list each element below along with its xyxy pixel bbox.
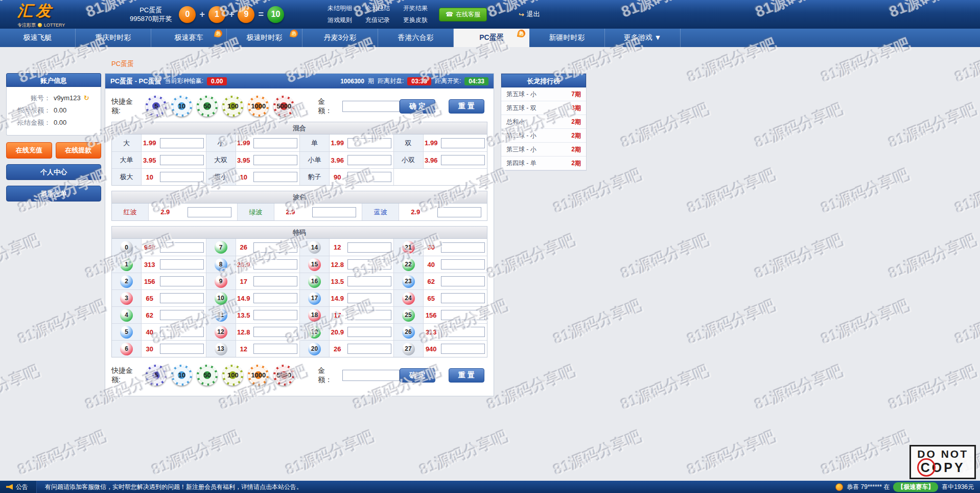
tema-bet-input-9[interactable] xyxy=(253,276,297,286)
tema-cell-16[interactable]: 1613.5 xyxy=(299,273,393,289)
mixed-bet-input[interactable] xyxy=(253,138,297,148)
confirm-button[interactable]: 确 定 xyxy=(400,99,435,114)
chip-10[interactable]: 10 xyxy=(171,365,192,386)
tema-bet-input-18[interactable] xyxy=(347,310,391,320)
chip-1000[interactable]: 1000 xyxy=(248,365,269,386)
tema-bet-input-11[interactable] xyxy=(253,310,297,320)
tema-bet-input-22[interactable] xyxy=(441,259,485,270)
header-link[interactable]: 充值记录 xyxy=(365,16,390,25)
tema-ball-cell[interactable]: 0 xyxy=(112,239,142,256)
mixed-label[interactable]: 小双 xyxy=(394,152,424,168)
bose-cell-蓝波[interactable]: 蓝波2.9 xyxy=(362,204,487,220)
tema-ball-cell[interactable]: 25 xyxy=(394,307,424,323)
mixed-bet-input[interactable] xyxy=(160,155,204,165)
streak-item[interactable]: 第二球 - 小2期 xyxy=(501,129,586,143)
mixed-bet-input[interactable] xyxy=(160,138,204,148)
mixed-label[interactable]: 大双 xyxy=(206,152,236,168)
tema-ball-cell[interactable]: 11 xyxy=(206,307,236,323)
mixed-label[interactable]: 单 xyxy=(300,135,330,151)
chip-10[interactable]: 10 xyxy=(171,96,192,117)
tema-ball-cell[interactable]: 18 xyxy=(300,307,330,323)
tema-bet-input-26[interactable] xyxy=(441,327,485,337)
tema-ball-cell[interactable]: 27 xyxy=(394,341,424,357)
tema-bet-input-24[interactable] xyxy=(441,293,485,303)
tema-cell-14[interactable]: 1412 xyxy=(299,239,393,256)
mixed-cell-大[interactable]: 大1.99 xyxy=(112,135,206,151)
tema-bet-input-27[interactable] xyxy=(441,344,485,354)
mixed-label[interactable]: 小单 xyxy=(300,152,330,168)
tema-bet-input-2[interactable] xyxy=(160,276,204,286)
mixed-cell-大单[interactable]: 大单3.95 xyxy=(112,151,206,168)
mixed-cell-小[interactable]: 小1.99 xyxy=(206,135,300,151)
mixed-label[interactable]: 小 xyxy=(206,135,236,151)
mixed-bet-input[interactable] xyxy=(441,155,485,165)
personal-center-button[interactable]: 个人中心 xyxy=(6,164,101,180)
tema-cell-25[interactable]: 25156 xyxy=(393,306,487,323)
mixed-label[interactable]: 极大 xyxy=(112,169,142,185)
tema-bet-input-25[interactable] xyxy=(441,310,485,320)
mixed-label[interactable]: 极小 xyxy=(206,169,236,185)
tema-ball-cell[interactable]: 22 xyxy=(394,256,424,273)
tema-cell-19[interactable]: 1920.9 xyxy=(299,323,393,340)
tema-cell-15[interactable]: 1512.8 xyxy=(299,256,393,273)
tema-cell-5[interactable]: 540 xyxy=(112,323,206,340)
tema-ball-cell[interactable]: 19 xyxy=(300,324,330,340)
tema-bet-input-19[interactable] xyxy=(347,327,391,337)
mixed-bet-input[interactable] xyxy=(441,138,485,148)
nav-tab-8[interactable]: 新疆时时彩 xyxy=(529,29,605,47)
mixed-cell-极小[interactable]: 极小10 xyxy=(206,168,300,185)
chip-5[interactable]: 5 xyxy=(146,96,167,117)
tema-cell-2[interactable]: 2156 xyxy=(112,273,206,289)
mixed-cell-豹子[interactable]: 豹子90 xyxy=(299,168,393,185)
tema-ball-cell[interactable]: 12 xyxy=(206,324,236,340)
tema-cell-13[interactable]: 1312 xyxy=(206,340,300,357)
refresh-icon[interactable] xyxy=(84,92,89,104)
amount-input[interactable] xyxy=(342,370,400,381)
amount-input[interactable] xyxy=(342,101,400,112)
tema-cell-20[interactable]: 2026 xyxy=(299,340,393,357)
nav-tab-6[interactable]: 香港六合彩 xyxy=(378,29,454,47)
tema-cell-10[interactable]: 1014.9 xyxy=(206,289,300,306)
reset-button[interactable]: 重 置 xyxy=(449,99,484,114)
tema-ball-cell[interactable]: 7 xyxy=(206,239,236,256)
tema-bet-input-8[interactable] xyxy=(253,259,297,270)
mixed-bet-input[interactable] xyxy=(160,172,204,182)
mixed-cell-小单[interactable]: 小单3.96 xyxy=(299,151,393,168)
tema-cell-4[interactable]: 462 xyxy=(112,306,206,323)
tema-ball-cell[interactable]: 9 xyxy=(206,273,236,289)
tema-bet-input-1[interactable] xyxy=(160,259,204,270)
mixed-label[interactable]: 大 xyxy=(112,135,142,151)
tema-cell-22[interactable]: 2240 xyxy=(393,256,487,273)
chip-5000[interactable]: 5000 xyxy=(273,365,294,386)
tema-bet-input-17[interactable] xyxy=(347,293,391,303)
tema-ball-cell[interactable]: 6 xyxy=(112,341,142,357)
bose-label[interactable]: 蓝波 xyxy=(362,204,399,220)
mixed-bet-input[interactable] xyxy=(253,155,297,165)
tema-ball-cell[interactable]: 15 xyxy=(300,256,330,273)
mixed-bet-input[interactable] xyxy=(347,172,391,182)
mixed-label[interactable]: 大单 xyxy=(112,152,142,168)
tema-cell-17[interactable]: 1714.9 xyxy=(299,289,393,306)
header-link[interactable]: 未结明细 xyxy=(328,4,352,13)
tema-cell-7[interactable]: 726 xyxy=(206,239,300,256)
tema-bet-input-15[interactable] xyxy=(347,259,391,270)
tema-bet-input-14[interactable] xyxy=(347,242,391,253)
tema-bet-input-6[interactable] xyxy=(160,344,204,354)
logout-button[interactable]: 退出 xyxy=(519,10,540,19)
header-link[interactable]: 更换皮肤 xyxy=(403,16,428,25)
tema-ball-cell[interactable]: 8 xyxy=(206,256,236,273)
confirm-button[interactable]: 确 定 xyxy=(400,368,435,383)
chip-50[interactable]: 50 xyxy=(197,96,218,117)
chip-5000[interactable]: 5000 xyxy=(273,96,294,117)
tema-bet-input-13[interactable] xyxy=(253,344,297,354)
mixed-label[interactable]: 豹子 xyxy=(300,169,330,185)
tema-ball-cell[interactable]: 16 xyxy=(300,273,330,289)
nav-tab-1[interactable]: 极速飞艇 xyxy=(0,29,76,47)
latest-bets-button[interactable]: 最新注单 xyxy=(6,186,101,201)
header-link[interactable]: 今天已结 xyxy=(365,4,390,13)
nav-tab-5[interactable]: 丹麦3分彩 xyxy=(302,29,378,47)
bose-label[interactable]: 绿波 xyxy=(238,204,274,220)
online-service-button[interactable]: 在线客服 xyxy=(439,8,487,21)
tema-cell-12[interactable]: 1212.8 xyxy=(206,323,300,340)
nav-tab-3[interactable]: 极速赛车热 xyxy=(151,29,227,47)
